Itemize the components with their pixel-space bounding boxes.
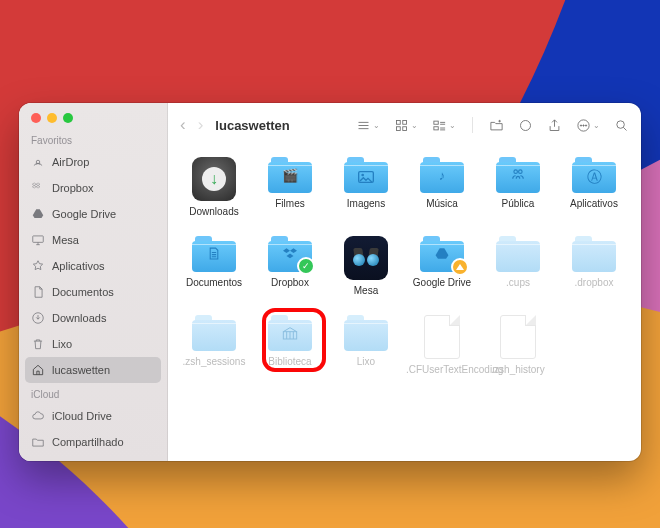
downloads-icon [31, 311, 45, 325]
grid-item[interactable]: ✓Dropbox [252, 230, 328, 309]
sidebar-section-icloud: iCloud [19, 383, 167, 403]
grid-item-label: Google Drive [413, 277, 471, 289]
maximize-button[interactable] [63, 113, 73, 123]
svg-point-21 [519, 170, 523, 174]
grid-item-label: .CFUserTextEncoding [406, 364, 478, 376]
grid-item[interactable]: Biblioteca [252, 309, 328, 388]
sidebar-item-label: Lixo [52, 335, 72, 353]
svg-point-12 [521, 120, 531, 130]
sidebar-item-label: AirDrop [52, 153, 89, 171]
folder-icon: 🎬 [268, 157, 312, 193]
sidebar: Favoritos AirDrop Dropbox Google Drive M… [19, 103, 168, 461]
folder-icon [496, 157, 540, 193]
desktop-icon [31, 233, 45, 247]
sidebar-item-desktop[interactable]: Mesa [19, 227, 167, 253]
svg-point-20 [514, 170, 518, 174]
grid-item[interactable]: Lixo [328, 309, 404, 388]
grid-item[interactable]: .cups [480, 230, 556, 309]
grid-item[interactable]: Pública [480, 151, 556, 230]
svg-point-16 [585, 124, 586, 125]
sidebar-item-dropbox[interactable]: Dropbox [19, 175, 167, 201]
sidebar-item-label: Aplicativos [52, 257, 105, 275]
back-button[interactable]: ‹ [180, 115, 186, 135]
more-button[interactable]: ⌄ [576, 118, 600, 133]
svg-rect-6 [397, 120, 401, 124]
grid-item-label: .zsh_history [491, 364, 544, 376]
apps-icon [31, 259, 45, 273]
file-icon [500, 315, 536, 359]
sidebar-item-trash[interactable]: Lixo [19, 331, 167, 357]
svg-point-15 [583, 124, 584, 125]
sidebar-item-label: lucaswetten [52, 361, 110, 379]
finder-window: Favoritos AirDrop Dropbox Google Drive M… [19, 103, 641, 461]
sidebar-item-label: Google Drive [52, 205, 116, 223]
sidebar-item-gdrive[interactable]: Google Drive [19, 201, 167, 227]
grid-item-label: .cups [506, 277, 530, 289]
sidebar-item-apps[interactable]: Aplicativos [19, 253, 167, 279]
file-grid: Downloads🎬FilmesImagens♪MúsicaPúblicaⒶAp… [168, 147, 641, 461]
sidebar-item-label: Mesa [52, 231, 79, 249]
sidebar-item-airdrop[interactable]: AirDrop [19, 149, 167, 175]
grid-item-label: Aplicativos [570, 198, 618, 210]
grid-item-label: Documentos [186, 277, 242, 289]
folder-icon [192, 315, 236, 351]
close-button[interactable] [31, 113, 41, 123]
airdrop-icon [31, 155, 45, 169]
sidebar-item-label: Downloads [52, 309, 106, 327]
folder-icon: Ⓐ [572, 157, 616, 193]
grid-item-label: Mesa [354, 285, 378, 297]
sidebar-item-label: iCloud Drive [52, 407, 112, 425]
svg-point-19 [361, 173, 364, 176]
folder-icon: ♪ [420, 157, 464, 193]
new-folder-button[interactable] [489, 118, 504, 133]
window-controls [19, 103, 167, 129]
grid-item[interactable]: 🎬Filmes [252, 151, 328, 230]
grid-item[interactable]: .zsh_history [480, 309, 556, 388]
sidebar-item-downloads[interactable]: Downloads [19, 305, 167, 331]
grid-item[interactable]: Downloads [176, 151, 252, 230]
app-icon [192, 157, 236, 201]
app-icon [344, 236, 388, 280]
grid-item-label: Downloads [189, 206, 238, 218]
view-groups-button[interactable]: ⌄ [432, 118, 456, 133]
grid-item[interactable]: Mesa [328, 230, 404, 309]
grid-item-label: Lixo [357, 356, 375, 368]
sidebar-item-icloud[interactable]: iCloud Drive [19, 403, 167, 429]
share-button[interactable] [547, 118, 562, 133]
dropbox-icon [31, 181, 45, 195]
grid-item-label: Imagens [347, 198, 385, 210]
svg-rect-11 [434, 126, 438, 129]
folder-icon [572, 236, 616, 272]
grid-item-label: Dropbox [271, 277, 309, 289]
grid-item[interactable]: ♪Música [404, 151, 480, 230]
svg-rect-1 [33, 236, 44, 242]
grid-item[interactable]: Google Drive [404, 230, 480, 309]
sidebar-item-home[interactable]: lucaswetten [25, 357, 161, 383]
grid-item[interactable]: .dropbox [556, 230, 632, 309]
tag-button[interactable] [518, 118, 533, 133]
folder-icon [496, 236, 540, 272]
folder-icon [344, 157, 388, 193]
documents-icon [31, 285, 45, 299]
sidebar-item-label: Documentos [52, 283, 114, 301]
grid-item-label: .zsh_sessions [183, 356, 246, 368]
sidebar-item-documents[interactable]: Documentos [19, 279, 167, 305]
folder-icon [344, 315, 388, 351]
svg-rect-10 [434, 121, 438, 124]
minimize-button[interactable] [47, 113, 57, 123]
grid-item[interactable]: ⒶAplicativos [556, 151, 632, 230]
grid-item[interactable]: Documentos [176, 230, 252, 309]
grid-item[interactable]: .zsh_sessions [176, 309, 252, 388]
cloud-icon [31, 409, 45, 423]
sidebar-item-label: Dropbox [52, 179, 94, 197]
grid-item-label: Pública [502, 198, 535, 210]
search-button[interactable] [614, 118, 629, 133]
view-list-button[interactable]: ⌄ [356, 118, 380, 133]
folder-icon [420, 236, 464, 272]
grid-item[interactable]: Imagens [328, 151, 404, 230]
view-icons-button[interactable]: ⌄ [394, 118, 418, 133]
forward-button[interactable]: › [198, 115, 204, 135]
folder-icon [192, 236, 236, 272]
grid-item[interactable]: .CFUserTextEncoding [404, 309, 480, 388]
sidebar-section-favorites: Favoritos [19, 129, 167, 149]
